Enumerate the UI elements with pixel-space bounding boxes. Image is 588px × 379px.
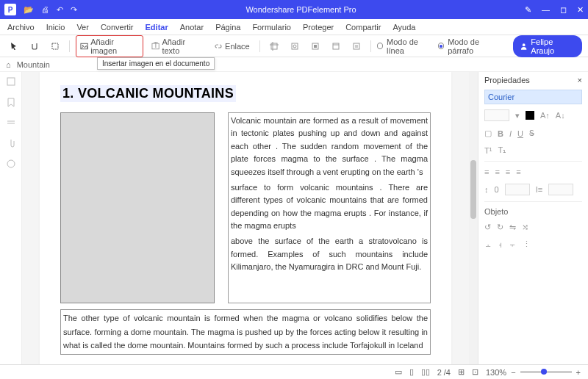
select-tool[interactable] (47, 40, 63, 52)
superscript-icon[interactable]: T¹ (484, 146, 492, 155)
vertical-scrollbar[interactable] (469, 72, 478, 364)
align-left-icon[interactable]: ≡ (484, 167, 489, 176)
menu-pagina[interactable]: Página (215, 23, 240, 32)
doc-heading[interactable]: 1. VOLCANIC MOUNTAINS (60, 85, 236, 102)
zoom-slider[interactable] (520, 371, 572, 373)
flip-v-icon[interactable]: ⤭ (522, 223, 528, 232)
para-mode-radio[interactable] (438, 43, 444, 49)
line-spacing-icon[interactable]: ↕ (484, 185, 489, 194)
open-icon[interactable]: 📂 (24, 5, 34, 15)
bookmarks-icon[interactable] (6, 97, 16, 107)
indent-input[interactable] (505, 184, 530, 195)
menu-compartir[interactable]: Compartir (345, 23, 381, 32)
crop-tool[interactable] (266, 40, 282, 52)
bold-icon[interactable]: B (498, 129, 503, 138)
menu-proteger[interactable]: Proteger (303, 23, 334, 32)
svg-point-19 (7, 160, 15, 167)
thumbnails-icon[interactable] (6, 76, 16, 87)
document-page: 1. VOLCANIC MOUNTAINS Volcanic mountain … (40, 72, 451, 364)
indent-value-input[interactable] (548, 184, 573, 195)
svg-rect-11 (314, 45, 317, 48)
zoom-out-icon[interactable]: − (511, 368, 515, 377)
scrollbar-thumb[interactable] (470, 160, 476, 219)
text-color-icon[interactable] (526, 111, 534, 120)
menu-editar[interactable]: Editar (146, 23, 168, 32)
italic-icon[interactable]: I (509, 129, 512, 138)
subscript-icon[interactable]: T₁ (498, 145, 506, 155)
attachments-icon[interactable] (6, 138, 16, 148)
minimize-icon[interactable]: — (542, 5, 550, 14)
font-selector[interactable]: Courier (484, 90, 582, 104)
image-placeholder[interactable] (60, 112, 215, 303)
rotate-right-icon[interactable]: ↻ (497, 223, 503, 232)
title-bar: P 📂 🖨 ↶ ↷ Wondershare PDFelement Pro ✎ —… (0, 0, 588, 19)
line-mode-radio[interactable] (377, 43, 383, 49)
menu-formulario[interactable]: Formulario (252, 23, 291, 32)
view-continuous-icon[interactable]: ▯ (409, 367, 414, 377)
comments-icon[interactable] (6, 159, 16, 169)
bates-tool[interactable] (348, 40, 365, 52)
link-button[interactable]: Enlace (210, 40, 254, 52)
para-mode-label: Modo de párrafo (448, 37, 503, 55)
menu-convertir[interactable]: Convertir (101, 23, 134, 32)
align-center-icon[interactable]: ≡ (495, 167, 499, 176)
doc-tab[interactable]: Mountain (17, 60, 50, 69)
page-indicator[interactable]: 2 /4 (437, 368, 451, 377)
menu-ayuda[interactable]: Ayuda (392, 23, 415, 32)
obj-align-left-icon[interactable]: ⫠ (484, 240, 492, 249)
indent-icon[interactable]: I≡ (536, 185, 542, 194)
undo-icon[interactable]: ↶ (57, 5, 63, 15)
obj-align-center-icon[interactable]: ⫞ (498, 240, 503, 249)
increase-font-icon[interactable]: A↑ (540, 111, 550, 120)
fit-width-icon[interactable]: ⊞ (458, 367, 465, 377)
header-footer-tool[interactable] (328, 40, 344, 52)
layers-icon[interactable] (6, 118, 16, 128)
separator (69, 40, 70, 52)
properties-panel: Propiedades × Courier ▾ A↑ A↓ ▢ B I U S̶… (478, 72, 588, 364)
menu-inicio[interactable]: Inicio (46, 23, 65, 32)
panel-title: Propiedades (484, 76, 530, 84)
border-icon[interactable]: ▢ (484, 129, 492, 138)
view-facing-icon[interactable]: ▯▯ (421, 367, 430, 377)
svg-point-9 (293, 45, 296, 48)
text-block-bottom[interactable]: The other type of volcanic mountain is f… (60, 309, 431, 355)
align-justify-icon[interactable]: ≡ (516, 167, 520, 176)
obj-distribute-icon[interactable]: ⋮ (523, 239, 531, 249)
para-1: Volcanic mountain are formed as a result… (231, 115, 428, 178)
feedback-icon[interactable]: ✎ (525, 5, 531, 15)
print-icon[interactable]: 🖨 (41, 5, 49, 15)
close-icon[interactable]: ✕ (577, 5, 584, 15)
redo-icon[interactable]: ↷ (71, 5, 77, 15)
obj-align-right-icon[interactable]: ⫟ (509, 240, 517, 249)
strike-icon[interactable]: S̶ (529, 129, 534, 138)
menu-archivo[interactable]: Archivo (7, 23, 35, 32)
separator (370, 40, 371, 52)
pointer-tool[interactable] (6, 40, 22, 52)
rotate-left-icon[interactable]: ↺ (484, 223, 491, 232)
underline-icon[interactable]: U (517, 129, 523, 138)
flip-h-icon[interactable]: ⇋ (509, 223, 516, 232)
font-size-input[interactable] (484, 109, 509, 121)
hand-tool[interactable] (26, 40, 43, 52)
menu-anotar[interactable]: Anotar (180, 23, 204, 32)
add-text-button[interactable]: T Añadir texto (148, 36, 206, 57)
background-tool[interactable] (307, 40, 323, 52)
workspace: 1. VOLCANIC MOUNTAINS Volcanic mountain … (0, 72, 588, 364)
zoom-in-icon[interactable]: + (576, 368, 581, 377)
watermark-tool[interactable] (287, 40, 303, 52)
panel-close-icon[interactable]: × (578, 76, 582, 84)
decrease-font-icon[interactable]: A↓ (556, 111, 565, 120)
page-viewport[interactable]: 1. VOLCANIC MOUNTAINS Volcanic mountain … (22, 72, 469, 364)
view-single-icon[interactable]: ▭ (395, 367, 402, 377)
menu-ver[interactable]: Ver (76, 23, 89, 32)
text-block-right[interactable]: Volcanic mountain are formed as a result… (228, 112, 431, 303)
chevron-down-icon[interactable]: ▾ (515, 111, 520, 120)
align-right-icon[interactable]: ≡ (506, 167, 510, 176)
fit-page-icon[interactable]: ⊡ (472, 367, 478, 377)
home-icon[interactable]: ⌂ (6, 60, 11, 69)
zoom-value: 130% (486, 368, 506, 377)
separator (484, 201, 582, 202)
user-pill[interactable]: Felipe Araujo (513, 35, 582, 57)
maximize-icon[interactable]: ◻ (560, 5, 567, 15)
add-image-button[interactable]: Añadir imagen (76, 35, 143, 57)
